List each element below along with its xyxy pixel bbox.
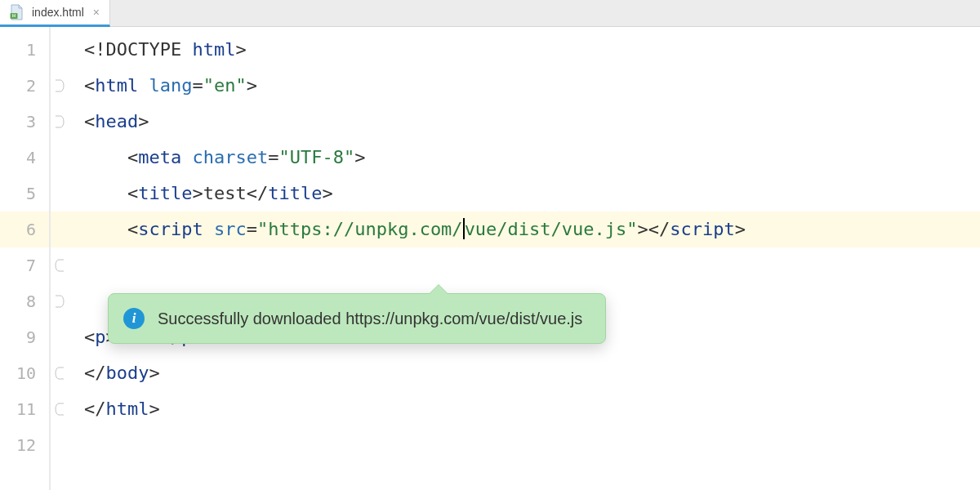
code-line[interactable]: <!DOCTYPE html> xyxy=(69,32,980,68)
line-number: 12 xyxy=(0,427,49,463)
html-file-icon: H xyxy=(8,4,24,20)
editor-tab-index-html[interactable]: H index.html × xyxy=(0,0,110,27)
line-number: 5 xyxy=(0,176,49,212)
line-number: 10 xyxy=(0,355,49,391)
fold-close-icon[interactable] xyxy=(55,403,65,416)
line-number-gutter: 1 2 3 4 5 6 7 8 9 10 11 12 xyxy=(0,27,49,490)
code-line[interactable] xyxy=(69,427,980,463)
code-editor[interactable]: 1 2 3 4 5 6 7 8 9 10 11 12 <!DOCTYPE htm… xyxy=(0,27,980,490)
tab-filename: index.html xyxy=(32,6,84,19)
fold-open-icon[interactable] xyxy=(55,115,65,128)
line-number: 4 xyxy=(0,140,49,176)
code-line[interactable] xyxy=(69,247,980,283)
code-area[interactable]: <!DOCTYPE html> <html lang="en"> <head> … xyxy=(69,27,980,490)
code-line[interactable]: <title>test</title> xyxy=(69,176,980,212)
code-line[interactable]: </html> xyxy=(69,391,980,427)
line-number: 9 xyxy=(0,319,49,355)
fold-close-icon[interactable] xyxy=(55,367,65,380)
tooltip-message: Successfully downloaded https://unpkg.co… xyxy=(158,310,582,328)
line-number: 6 xyxy=(0,212,49,247)
tooltip-arrow-icon xyxy=(429,285,448,295)
fold-open-icon[interactable] xyxy=(55,79,65,92)
download-success-tooltip: i Successfully downloaded https://unpkg.… xyxy=(108,293,606,344)
line-number: 2 xyxy=(0,68,49,104)
code-line[interactable]: <meta charset="UTF-8"> xyxy=(69,140,980,176)
line-number: 1 xyxy=(0,32,49,68)
fold-open-icon[interactable] xyxy=(55,295,65,308)
close-tab-icon[interactable]: × xyxy=(93,6,100,19)
code-line[interactable]: </body> xyxy=(69,355,980,391)
svg-text:H: H xyxy=(12,13,16,18)
line-number: 3 xyxy=(0,104,49,140)
line-number: 8 xyxy=(0,283,49,319)
fold-column xyxy=(51,27,69,490)
code-line-active[interactable]: <script src="https://unpkg.com/vue/dist/… xyxy=(69,212,980,247)
tab-bar: H index.html × xyxy=(0,0,980,27)
fold-close-icon[interactable] xyxy=(55,259,65,272)
info-icon: i xyxy=(123,308,145,329)
text-caret xyxy=(463,218,465,239)
code-line[interactable]: <head> xyxy=(69,104,980,140)
code-line[interactable]: <html lang="en"> xyxy=(69,68,980,104)
line-number: 11 xyxy=(0,391,49,427)
line-number: 7 xyxy=(0,247,49,283)
